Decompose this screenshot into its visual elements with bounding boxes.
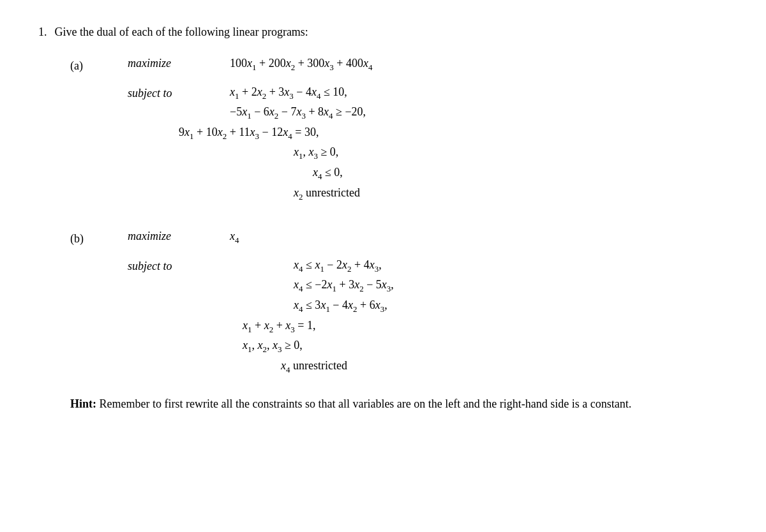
constraint-a-5: x4 ≤ 0, <box>313 166 366 182</box>
part-a-letter: (a) <box>70 57 128 73</box>
constraint-a-4: x1, x3 ≥ 0, <box>294 145 366 161</box>
problem-container: 1. Give the dual of each of the followin… <box>38 26 728 411</box>
hint-text: Remember to first rewrite all the constr… <box>96 397 631 410</box>
hint-block: Hint: Remember to first rewrite all the … <box>70 397 696 411</box>
part-b-subject-row: subject to x4 ≤ x1 − 2x2 + 4x3, x4 ≤ −2x… <box>128 258 728 375</box>
part-b-maximize-row: maximize x4 <box>128 230 728 246</box>
part-b: (b) maximize x4 subject to x <box>70 230 728 374</box>
part-a-constraints: x1 + 2x2 + 3x3 − 4x4 ≤ 10, −5x1 − 6x2 − … <box>230 85 366 202</box>
part-b-content: maximize x4 subject to x4 ≤ x1 − 2x2 + 4… <box>128 230 728 374</box>
constraint-b-3: x4 ≤ 3x1 − 4x2 + 6x3, <box>294 299 394 314</box>
part-b-row: (b) maximize x4 subject to x <box>70 230 728 374</box>
constraint-a-2: −5x1 − 6x2 − 7x3 + 8x4 ≥ −20, <box>230 105 366 121</box>
part-b-maximize-expr: x4 <box>230 230 239 246</box>
part-a-content: maximize 100x1 + 200x2 + 300x3 + 400x4 s… <box>128 57 728 202</box>
hint-bold-label: Hint: <box>70 397 96 410</box>
constraint-a-1: x1 + 2x2 + 3x3 − 4x4 ≤ 10, <box>230 85 366 101</box>
constraint-b-1: x4 ≤ x1 − 2x2 + 4x3, <box>294 258 394 274</box>
part-a-subject-label: subject to <box>128 85 217 100</box>
problem-number: 1. <box>38 26 47 39</box>
problem-header: 1. Give the dual of each of the followin… <box>38 26 728 39</box>
constraint-b-4: x1 + x2 + x3 = 1, <box>243 319 394 335</box>
parts-container: (a) maximize 100x1 + 200x2 + 300x3 + 400… <box>70 57 728 374</box>
part-a-maximize-expr: 100x1 + 200x2 + 300x3 + 400x4 <box>230 57 372 73</box>
part-a-row: (a) maximize 100x1 + 200x2 + 300x3 + 400… <box>70 57 728 202</box>
part-a-maximize-label: maximize <box>128 57 217 70</box>
constraint-a-3: 9x1 + 10x2 + 11x3 − 12x4 = 30, <box>179 126 366 142</box>
part-a-subject-row: subject to x1 + 2x2 + 3x3 − 4x4 ≤ 10, −5… <box>128 85 728 202</box>
part-a-maximize-row: maximize 100x1 + 200x2 + 300x3 + 400x4 <box>128 57 728 73</box>
constraint-b-2: x4 ≤ −2x1 + 3x2 − 5x3, <box>294 278 394 294</box>
part-b-maximize-label: maximize <box>128 230 217 243</box>
problem-intro: Give the dual of each of the following l… <box>55 26 308 39</box>
constraint-b-6: x4 unrestricted <box>281 359 394 375</box>
part-b-subject-label: subject to <box>128 258 217 273</box>
part-a: (a) maximize 100x1 + 200x2 + 300x3 + 400… <box>70 57 728 202</box>
constraint-a-6: x2 unrestricted <box>294 186 366 202</box>
part-b-letter: (b) <box>70 230 128 246</box>
constraint-b-5: x1, x2, x3 ≥ 0, <box>243 339 394 355</box>
part-b-constraints: x4 ≤ x1 − 2x2 + 4x3, x4 ≤ −2x1 + 3x2 − 5… <box>230 258 394 375</box>
